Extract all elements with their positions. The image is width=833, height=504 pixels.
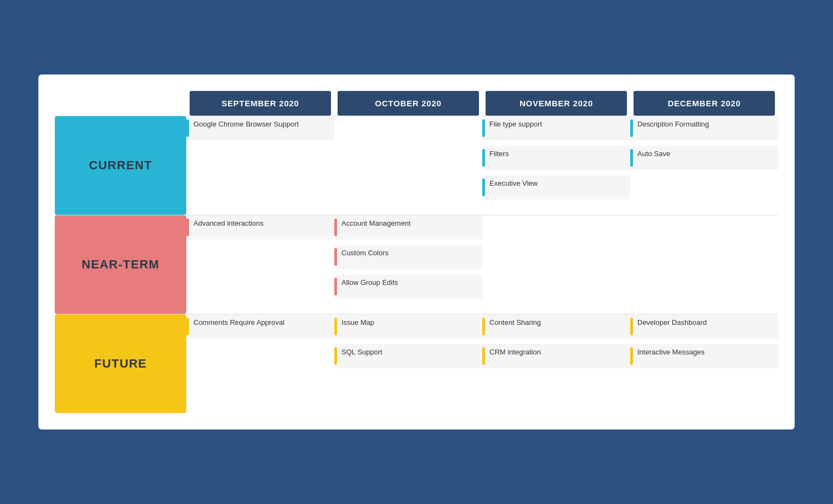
items-cell-future-col0: Comments Require Approval — [186, 314, 334, 414]
feature-label: Issue Map — [341, 318, 374, 328]
list-item: Custom Colors — [334, 245, 482, 269]
feature-label: Auto Save — [637, 149, 670, 159]
feature-bar-indicator — [334, 219, 337, 236]
roadmap-table: SEPTEMBER 2020 OCTOBER 2020 NOVEMBER 202… — [55, 91, 778, 413]
list-item: Allow Group Edits — [334, 274, 482, 299]
label-box-future: FUTURE — [55, 314, 186, 413]
feature-label: Advanced interactions — [193, 219, 264, 228]
feature-bar-indicator — [482, 318, 485, 335]
feature-bar-indicator — [630, 149, 633, 167]
feature-label: Content Sharing — [489, 318, 541, 328]
items-cell-current-col2: File type supportFiltersExecutive View — [482, 116, 630, 215]
list-item: Google Chrome Browser Support — [186, 116, 334, 140]
feature-bar-indicator — [186, 119, 189, 137]
month-col-dec: DECEMBER 2020 — [630, 91, 778, 116]
feature-bar-indicator — [334, 248, 337, 266]
month-header-oct: OCTOBER 2020 — [338, 91, 479, 116]
label-cell-current: CURRENT — [55, 116, 186, 215]
list-item: Description Formatting — [630, 116, 778, 140]
header-empty-col — [55, 91, 186, 116]
feature-label: Executive View — [489, 179, 538, 188]
list-item: Filters — [482, 146, 630, 170]
feature-bar-indicator — [334, 278, 337, 295]
feature-label: SQL Support — [341, 347, 383, 357]
label-box-near-term: NEAR-TERM — [55, 215, 186, 314]
list-item: SQL Support — [334, 344, 482, 368]
items-cell-future-col3: Developer DashboardInteractive Messages — [630, 314, 778, 414]
feature-bar-indicator — [482, 347, 485, 365]
list-item: Auto Save — [630, 146, 778, 170]
feature-bar-indicator — [482, 179, 485, 196]
feature-label: Developer Dashboard — [637, 318, 706, 328]
feature-bar-indicator — [334, 347, 337, 365]
feature-bar-indicator — [630, 119, 633, 137]
feature-label: Custom Colors — [341, 248, 389, 258]
items-cell-near-term-col0: Advanced interactions — [186, 215, 334, 314]
month-header-dec: DECEMBER 2020 — [634, 91, 775, 116]
month-header-nov: NOVEMBER 2020 — [486, 91, 627, 116]
feature-bar-indicator — [334, 318, 337, 335]
row-current: CURRENTGoogle Chrome Browser SupportFile… — [55, 116, 778, 215]
outer-container: SEPTEMBER 2020 OCTOBER 2020 NOVEMBER 202… — [22, 58, 811, 446]
row-near-term: NEAR-TERMAdvanced interactionsAccount Ma… — [55, 215, 778, 314]
feature-label: Filters — [489, 149, 509, 159]
roadmap-card: SEPTEMBER 2020 OCTOBER 2020 NOVEMBER 202… — [38, 75, 795, 429]
feature-label: CRM integration — [489, 347, 541, 357]
list-item: Interactive Messages — [630, 344, 778, 368]
items-cell-future-col1: Issue MapSQL Support — [334, 314, 482, 414]
feature-label: Comments Require Approval — [193, 318, 284, 328]
items-cell-near-term-col3 — [630, 215, 778, 314]
feature-bar-indicator — [186, 219, 189, 236]
list-item: CRM integration — [482, 344, 630, 368]
month-col-oct: OCTOBER 2020 — [334, 91, 482, 116]
feature-label: Account Management — [341, 219, 410, 228]
row-future: FUTUREComments Require ApprovalIssue Map… — [55, 314, 778, 414]
list-item: Advanced interactions — [186, 215, 334, 239]
list-item: File type support — [482, 116, 630, 140]
feature-label: Allow Group Edits — [341, 278, 398, 288]
list-item: Account Management — [334, 215, 482, 239]
month-header-sep: SEPTEMBER 2020 — [190, 91, 331, 116]
items-cell-future-col2: Content SharingCRM integration — [482, 314, 630, 414]
label-cell-future: FUTURE — [55, 314, 186, 414]
feature-label: Interactive Messages — [637, 347, 705, 357]
items-cell-current-col1 — [334, 116, 482, 215]
list-item: Content Sharing — [482, 314, 630, 339]
feature-label: File type support — [489, 119, 542, 129]
feature-bar-indicator — [482, 149, 485, 167]
items-cell-near-term-col1: Account ManagementCustom ColorsAllow Gro… — [334, 215, 482, 314]
items-cell-current-col0: Google Chrome Browser Support — [186, 116, 334, 215]
feature-label: Description Formatting — [637, 119, 709, 129]
list-item: Issue Map — [334, 314, 482, 339]
items-cell-current-col3: Description FormattingAuto Save — [630, 116, 778, 215]
label-box-current: CURRENT — [55, 116, 186, 215]
feature-bar-indicator — [186, 318, 189, 335]
list-item: Executive View — [482, 175, 630, 199]
feature-label: Google Chrome Browser Support — [193, 119, 299, 129]
feature-bar-indicator — [482, 119, 485, 137]
label-cell-near-term: NEAR-TERM — [55, 215, 186, 314]
month-col-nov: NOVEMBER 2020 — [482, 91, 630, 116]
feature-bar-indicator — [630, 318, 633, 335]
list-item: Comments Require Approval — [186, 314, 334, 339]
list-item: Developer Dashboard — [630, 314, 778, 339]
month-col-sep: SEPTEMBER 2020 — [186, 91, 334, 116]
items-cell-near-term-col2 — [482, 215, 630, 314]
feature-bar-indicator — [630, 347, 633, 365]
